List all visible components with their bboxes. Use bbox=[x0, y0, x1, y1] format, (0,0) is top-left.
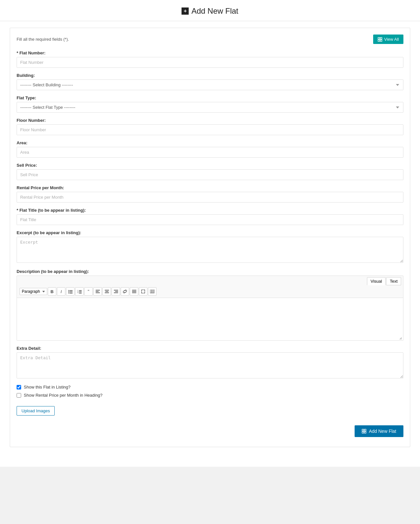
show-rental-price-checkbox[interactable] bbox=[17, 393, 21, 398]
svg-rect-34 bbox=[364, 429, 366, 431]
svg-rect-15 bbox=[79, 293, 82, 293]
page-title: + Add New Flat bbox=[0, 7, 420, 16]
add-icon: + bbox=[182, 7, 189, 15]
floor-number-input[interactable] bbox=[17, 124, 403, 135]
show-rental-price-label[interactable]: Show Rental Price per Month in Heading? bbox=[24, 393, 102, 398]
editor-content-area[interactable] bbox=[17, 298, 403, 340]
area-input[interactable] bbox=[17, 147, 403, 158]
text-tab[interactable]: Text bbox=[386, 277, 401, 285]
extra-detail-textarea[interactable] bbox=[17, 352, 403, 378]
add-new-flat-icon bbox=[362, 429, 366, 433]
svg-rect-3 bbox=[380, 40, 382, 41]
fullwidth-button[interactable] bbox=[130, 287, 138, 296]
svg-rect-27 bbox=[132, 292, 136, 293]
svg-rect-28 bbox=[150, 290, 154, 293]
table-button[interactable] bbox=[148, 287, 156, 296]
building-label: Building: bbox=[17, 73, 403, 78]
flat-number-group: * Flat Number: bbox=[17, 50, 403, 68]
rental-price-label: Rental Price per Month: bbox=[17, 185, 403, 190]
svg-rect-36 bbox=[364, 432, 366, 433]
view-all-button[interactable]: View All bbox=[373, 35, 403, 44]
description-label: Description (to be appear in listing): bbox=[17, 269, 403, 274]
svg-rect-35 bbox=[362, 432, 364, 433]
flat-title-label: * Flat Title (to be appear in listing): bbox=[17, 208, 403, 213]
svg-rect-19 bbox=[105, 290, 109, 290]
description-editor: Visual Text Paragraph B I bbox=[17, 276, 403, 341]
ul-icon bbox=[68, 290, 73, 293]
area-group: Area: bbox=[17, 140, 403, 158]
svg-point-8 bbox=[68, 292, 69, 293]
svg-rect-0 bbox=[378, 37, 380, 39]
editor-toolbar: Paragraph B I bbox=[17, 285, 403, 298]
area-label: Area: bbox=[17, 140, 403, 145]
description-group: Description (to be appear in listing): V… bbox=[17, 269, 403, 341]
visual-tab[interactable]: Visual bbox=[367, 277, 386, 285]
align-right-button[interactable] bbox=[112, 287, 120, 296]
svg-rect-17 bbox=[96, 291, 99, 292]
bold-button[interactable]: B bbox=[48, 287, 56, 296]
svg-rect-26 bbox=[132, 291, 136, 292]
building-select[interactable]: -------- Select Building -------- bbox=[17, 79, 403, 90]
excerpt-label: Excerpt (to be appear in listing): bbox=[17, 230, 403, 235]
extra-detail-label: Extra Detail: bbox=[17, 346, 403, 351]
add-new-flat-button[interactable]: Add New Flat bbox=[355, 425, 403, 437]
svg-rect-21 bbox=[105, 292, 109, 293]
svg-rect-18 bbox=[96, 292, 100, 293]
svg-rect-25 bbox=[132, 290, 136, 290]
svg-rect-16 bbox=[96, 290, 100, 290]
flat-type-label: Flat Type: bbox=[17, 95, 403, 100]
svg-rect-23 bbox=[115, 291, 118, 292]
svg-point-4 bbox=[68, 290, 69, 291]
excerpt-group: Excerpt (to be appear in listing): bbox=[17, 230, 403, 264]
svg-text:3.: 3. bbox=[77, 292, 79, 293]
align-right-icon bbox=[114, 290, 118, 293]
show-in-listing-checkbox[interactable] bbox=[17, 385, 21, 389]
align-center-icon bbox=[105, 290, 109, 293]
editor-tabs: Visual Text bbox=[17, 276, 403, 285]
svg-rect-5 bbox=[70, 290, 73, 291]
building-group: Building: -------- Select Building -----… bbox=[17, 73, 403, 90]
expand-button[interactable] bbox=[139, 287, 147, 296]
flat-number-label: * Flat Number: bbox=[17, 50, 403, 55]
extra-detail-group: Extra Detail: bbox=[17, 346, 403, 379]
link-button[interactable] bbox=[121, 287, 129, 296]
svg-rect-11 bbox=[79, 290, 82, 291]
svg-rect-24 bbox=[114, 292, 118, 293]
table-icon bbox=[150, 290, 155, 293]
align-center-button[interactable] bbox=[102, 287, 111, 296]
excerpt-textarea[interactable] bbox=[17, 237, 403, 263]
upload-images-button[interactable]: Upload Images bbox=[17, 406, 55, 416]
align-left-icon bbox=[96, 290, 100, 293]
sell-price-label: Sell Price: bbox=[17, 163, 403, 168]
link-icon bbox=[123, 290, 127, 293]
align-left-button[interactable] bbox=[93, 287, 102, 296]
svg-rect-33 bbox=[362, 429, 364, 431]
svg-rect-22 bbox=[114, 290, 118, 290]
floor-number-label: Floor Number: bbox=[17, 118, 403, 123]
sell-price-group: Sell Price: bbox=[17, 163, 403, 180]
svg-rect-2 bbox=[378, 40, 380, 41]
expand-icon bbox=[141, 290, 145, 293]
unordered-list-button[interactable] bbox=[66, 287, 75, 296]
show-in-listing-group: Show this Flat in Listing? bbox=[17, 385, 403, 389]
svg-rect-13 bbox=[79, 291, 82, 292]
ol-icon: 1. 2. 3. bbox=[77, 290, 82, 293]
blockquote-button[interactable]: " bbox=[84, 287, 93, 296]
show-rental-price-group: Show Rental Price per Month in Heading? bbox=[17, 393, 403, 398]
italic-button[interactable]: I bbox=[57, 287, 65, 296]
flat-type-group: Flat Type: -------- Select Flat Type ---… bbox=[17, 95, 403, 113]
svg-rect-20 bbox=[105, 291, 108, 292]
svg-point-6 bbox=[68, 291, 69, 292]
sell-price-input[interactable] bbox=[17, 169, 403, 180]
floor-number-group: Floor Number: bbox=[17, 118, 403, 135]
ordered-list-button[interactable]: 1. 2. 3. bbox=[75, 287, 84, 296]
flat-title-group: * Flat Title (to be appear in listing): bbox=[17, 208, 403, 225]
flat-title-input[interactable] bbox=[17, 214, 403, 225]
show-in-listing-label[interactable]: Show this Flat in Listing? bbox=[24, 385, 71, 389]
flat-number-input[interactable] bbox=[17, 57, 403, 68]
rental-price-group: Rental Price per Month: bbox=[17, 185, 403, 203]
rental-price-input[interactable] bbox=[17, 192, 403, 203]
paragraph-select[interactable]: Paragraph bbox=[20, 288, 47, 295]
flat-type-select[interactable]: -------- Select Flat Type -------- bbox=[17, 102, 403, 113]
svg-rect-7 bbox=[70, 291, 73, 292]
